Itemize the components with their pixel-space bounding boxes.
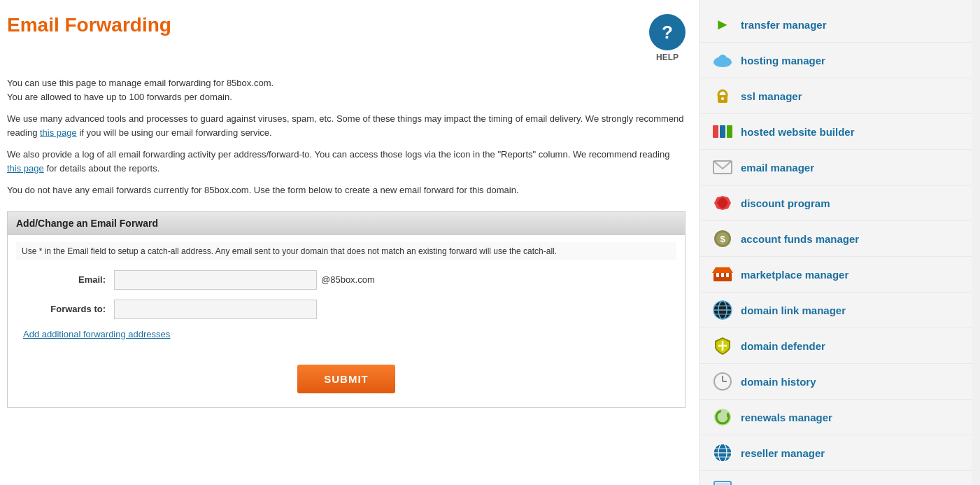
sidebar-item-domain-history[interactable]: domain history: [700, 364, 972, 400]
link1[interactable]: this page: [40, 127, 77, 138]
svg-point-6: [721, 97, 724, 100]
sidebar-item-affiliate-program-manager[interactable]: affiliate program manager: [700, 471, 972, 485]
sidebar-item-marketplace-manager[interactable]: marketplace manager: [700, 257, 972, 293]
cloud-icon: [711, 49, 734, 71]
svg-rect-7: [713, 125, 718, 138]
sidebar-label-domain-history: domain history: [741, 376, 816, 388]
link2[interactable]: this page: [7, 163, 44, 174]
clock-icon: [711, 370, 734, 393]
help-label: HELP: [656, 52, 679, 62]
funds-icon: $: [711, 227, 734, 250]
email-row: Email: @85box.com: [16, 270, 676, 290]
sidebar-item-account-funds-manager[interactable]: $account funds manager: [700, 221, 972, 257]
svg-rect-20: [726, 273, 729, 277]
submit-button[interactable]: SUBMIT: [297, 365, 395, 393]
email-label: Email:: [16, 274, 114, 285]
sidebar-label-hosted-website-builder: hosted website builder: [741, 126, 855, 138]
svg-marker-17: [712, 267, 733, 273]
description-para3: We also provide a log of all email forwa…: [7, 148, 686, 175]
sidebar-label-email-manager: email manager: [741, 162, 814, 174]
sidebar-label-domain-defender: domain defender: [741, 340, 825, 352]
svg-rect-8: [720, 125, 725, 138]
forwards-to-row: Forwards to:: [16, 300, 676, 319]
sidebar-label-ssl-manager: ssl manager: [741, 90, 802, 102]
svg-point-3: [718, 55, 727, 63]
main-content: Email Forwarding ? HELP You can use this…: [0, 0, 700, 485]
email-forward-form-section: Add/Change an Email Forward Use * in the…: [7, 211, 686, 408]
sidebar-label-domain-link-manager: domain link manager: [741, 304, 846, 316]
globe-dark-icon: [711, 299, 734, 321]
header-row: Email Forwarding ? HELP: [7, 14, 686, 62]
lock-icon: [711, 85, 734, 107]
sidebar-item-renewals-manager[interactable]: renewals manager: [700, 400, 972, 435]
sidebar-label-hosting-manager: hosting manager: [741, 55, 825, 66]
discount-icon: [711, 192, 734, 214]
sidebar-item-hosted-website-builder[interactable]: hosted website builder: [700, 114, 972, 150]
sidebar-label-discount-program: discount program: [741, 197, 830, 209]
help-button[interactable]: ? HELP: [649, 14, 686, 62]
email-input[interactable]: [114, 270, 317, 290]
sidebar-item-email-manager[interactable]: email manager: [700, 150, 972, 185]
sidebar-item-domain-link-manager[interactable]: domain link manager: [700, 293, 972, 328]
form-body: Use * in the Email field to setup a catc…: [8, 235, 685, 407]
monitor-icon: [711, 477, 734, 485]
envelope-icon: [711, 156, 734, 178]
description-para2: We use many advanced tools and processes…: [7, 112, 686, 139]
help-icon: ?: [649, 14, 686, 50]
add-additional-link[interactable]: Add additional forwarding addresses: [23, 329, 676, 339]
shield-icon: [711, 335, 734, 357]
forwards-to-label: Forwards to:: [16, 304, 114, 314]
domain-suffix: @85box.com: [321, 274, 375, 285]
website-builder-icon: [711, 120, 734, 143]
sidebar-label-marketplace-manager: marketplace manager: [741, 269, 848, 281]
forwards-to-input[interactable]: [114, 300, 317, 319]
sidebar-item-transfer-manager[interactable]: ►transfer manager: [700, 7, 972, 43]
sidebar-item-ssl-manager[interactable]: ssl manager: [700, 78, 972, 114]
arrow-right-icon: ►: [711, 13, 734, 36]
sidebar-label-reseller-manager: reseller manager: [741, 447, 825, 459]
sidebar-item-discount-program[interactable]: discount program: [700, 185, 972, 221]
renewal-icon: [711, 406, 734, 428]
svg-rect-9: [727, 125, 732, 138]
svg-text:$: $: [720, 234, 725, 244]
submit-row: SUBMIT: [16, 351, 676, 400]
sidebar-item-reseller-manager[interactable]: reseller manager: [700, 435, 972, 471]
form-section-header: Add/Change an Email Forward: [8, 212, 685, 235]
sidebar-label-transfer-manager: transfer manager: [741, 19, 827, 31]
marketplace-icon: [711, 263, 734, 286]
sidebar-item-domain-defender[interactable]: domain defender: [700, 328, 972, 364]
globe-blue-icon: [711, 442, 734, 464]
sidebar-label-renewals-manager: renewals manager: [741, 412, 832, 423]
svg-rect-19: [721, 273, 724, 277]
sidebar: ►transfer managerhosting managerssl mana…: [700, 0, 972, 485]
sidebar-label-account-funds-manager: account funds manager: [741, 233, 859, 245]
svg-rect-18: [716, 273, 719, 277]
sidebar-label-affiliate-program-manager: affiliate program manager: [741, 483, 869, 486]
description-line1: You can use this page to manage email fo…: [7, 76, 686, 104]
sidebar-item-hosting-manager[interactable]: hosting manager: [700, 43, 972, 78]
catchall-note: Use * in the Email field to setup a catc…: [16, 242, 676, 260]
description-para4: You do not have any email forwards curre…: [7, 183, 686, 197]
page-title: Email Forwarding: [7, 14, 171, 36]
